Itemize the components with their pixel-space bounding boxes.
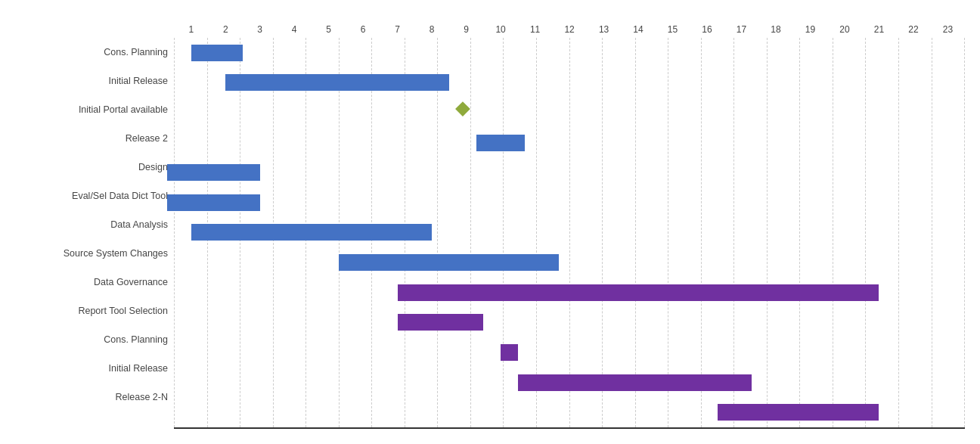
x-tick-label: 15 — [656, 24, 690, 35]
x-tick-label: 19 — [793, 24, 827, 35]
y-label: Initial Portal available — [8, 95, 174, 124]
x-tick-label: 20 — [827, 24, 861, 35]
gantt-row — [174, 157, 965, 188]
gantt-bar — [191, 45, 243, 61]
x-tick-label: 18 — [758, 24, 792, 35]
x-tick-label: 11 — [518, 24, 552, 35]
gantt-row — [174, 218, 965, 248]
gantt-row — [174, 278, 965, 308]
y-label: Report Tool Selection — [8, 297, 174, 325]
y-label: Initial Release — [8, 354, 174, 383]
gantt-row — [174, 98, 965, 128]
y-label: Design — [8, 153, 174, 182]
x-tick-label: 12 — [552, 24, 586, 35]
x-tick-label: 4 — [277, 24, 311, 35]
bars-area — [174, 38, 965, 427]
x-tick-label: 8 — [414, 24, 448, 35]
x-tick-label: 9 — [449, 24, 483, 35]
y-label: Eval/Sel Data Dict Tool — [8, 182, 174, 210]
gantt-bar — [398, 314, 484, 331]
x-tick-label: 2 — [208, 24, 242, 35]
x-axis-bottom — [174, 427, 965, 429]
x-tick-label: 13 — [587, 24, 621, 35]
gantt-bar — [225, 74, 449, 91]
y-label: Source System Changes — [8, 239, 174, 268]
y-label: Release 2 — [8, 124, 174, 153]
x-tick-label: 3 — [243, 24, 277, 35]
x-tick-label: 23 — [931, 24, 965, 35]
gantt-bar — [476, 135, 525, 151]
x-tick-label: 14 — [621, 24, 655, 35]
y-label: Data Governance — [8, 268, 174, 297]
chart-container: Cons. PlanningInitial ReleaseInitial Por… — [0, 0, 980, 444]
x-tick-label: 10 — [483, 24, 517, 35]
y-labels: Cons. PlanningInitial ReleaseInitial Por… — [8, 15, 174, 429]
milestone-diamond — [456, 101, 471, 116]
x-tick-label: 21 — [862, 24, 896, 35]
x-axis-top: 1234567891011121314151617181920212223 — [174, 15, 965, 38]
gantt-row — [174, 397, 965, 427]
gantt-bar — [167, 164, 260, 181]
gantt-row — [174, 68, 965, 98]
gantt-row — [174, 128, 965, 158]
gantt-row — [174, 337, 965, 368]
gantt-bar — [339, 254, 559, 271]
gantt-row — [174, 308, 965, 338]
gantt-row — [174, 247, 965, 278]
x-tick-label: 16 — [690, 24, 724, 35]
y-label: Release 2-N — [8, 383, 174, 411]
y-label: Initial Release — [8, 67, 174, 95]
y-label: Data Analysis — [8, 210, 174, 239]
gantt-bar — [191, 224, 432, 241]
gantt-row — [174, 188, 965, 218]
gantt-bar — [501, 344, 518, 361]
x-tick-label: 22 — [896, 24, 930, 35]
x-tick-label: 7 — [380, 24, 414, 35]
y-label: Cons. Planning — [8, 325, 174, 354]
chart-inner: Cons. PlanningInitial ReleaseInitial Por… — [8, 15, 965, 429]
x-tick-label: 5 — [312, 24, 346, 35]
x-tick-label: 17 — [724, 24, 758, 35]
x-tick-label: 6 — [346, 24, 380, 35]
gantt-bar — [398, 284, 879, 301]
gantt-row — [174, 368, 965, 398]
y-label: Cons. Planning — [8, 38, 174, 67]
x-tick-label: 1 — [174, 24, 208, 35]
gantt-bar — [718, 404, 879, 421]
gantt-row — [174, 38, 965, 68]
chart-area: 1234567891011121314151617181920212223 — [174, 15, 965, 429]
gantt-bar — [167, 194, 260, 211]
x-tick-labels: 1234567891011121314151617181920212223 — [174, 24, 965, 35]
gantt-bar — [518, 374, 752, 391]
